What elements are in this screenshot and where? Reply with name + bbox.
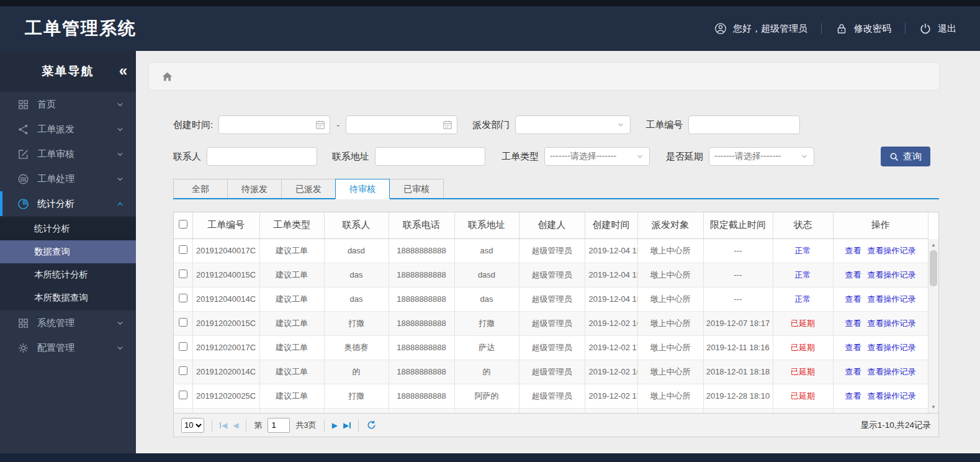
view-log-link[interactable]: 查看操作记录 <box>868 246 916 255</box>
cell-deadline: 2019-12-11 18:16 <box>703 335 773 360</box>
scrollbar-thumb[interactable] <box>930 250 937 286</box>
row-checkbox[interactable] <box>179 294 187 302</box>
sidebar-item-system-manage[interactable]: 系统管理 <box>0 310 136 335</box>
sidebar-subitem-data-query[interactable]: 数据查询 <box>0 240 136 263</box>
row-checkbox[interactable] <box>179 270 187 278</box>
table-row: 201912020015C建议工单打撒18888888888打撒超级管理员201… <box>174 311 928 335</box>
view-log-link[interactable]: 查看操作记录 <box>868 294 916 304</box>
cell-order-no: 201912040017C <box>192 238 259 263</box>
sidebar-subitem-office-data-query[interactable]: 本所数据查询 <box>0 286 136 309</box>
view-link[interactable]: 查看 <box>845 343 861 352</box>
sidebar-subitem-office-stats-analysis[interactable]: 本所统计分析 <box>0 263 136 286</box>
address-input[interactable] <box>375 147 485 166</box>
status-badge: 正常 <box>795 246 811 255</box>
total-pages-label: 共3页 <box>295 420 316 431</box>
cell-target: 墩上中心所 <box>637 335 703 360</box>
view-link[interactable]: 查看 <box>845 367 861 376</box>
cell-actions: 查看查看操作记录 <box>833 238 928 263</box>
sidebar-item-order-review[interactable]: 工单审核 <box>0 142 136 166</box>
view-link[interactable]: 查看 <box>845 294 861 304</box>
row-checkbox[interactable] <box>179 245 187 254</box>
row-checkbox-cell <box>174 287 192 311</box>
tab-4[interactable]: 已审核 <box>389 179 444 198</box>
cell-address: dasd <box>454 263 519 287</box>
cell-order-type: 建议工单 <box>259 263 324 287</box>
delayed-select[interactable]: -------请选择------- <box>709 147 814 166</box>
select-all-checkbox[interactable] <box>179 220 187 229</box>
chevron-down-icon <box>115 150 125 159</box>
created-to-field <box>346 116 457 134</box>
scroll-down-arrow-icon[interactable]: ▼ <box>928 402 938 412</box>
view-log-link[interactable]: 查看操作记录 <box>868 367 916 376</box>
row-checkbox[interactable] <box>179 366 187 375</box>
cell-empty <box>833 408 928 414</box>
cell-status: 已延期 <box>773 360 833 384</box>
order-no-input[interactable] <box>688 116 800 134</box>
sidebar-collapse-icon[interactable]: « <box>119 62 126 79</box>
tab-3[interactable]: 待审核 <box>335 179 390 199</box>
gear-icon <box>17 342 29 354</box>
last-page-button[interactable]: ▶ <box>343 421 351 430</box>
page-size-select[interactable]: 10 <box>181 418 204 433</box>
view-log-link[interactable]: 查看操作记录 <box>868 319 916 328</box>
prev-page-button[interactable]: ◀ <box>233 421 238 430</box>
sidebar-item-config-manage[interactable]: 配置管理 <box>0 335 136 360</box>
tab-1[interactable]: 待派发 <box>227 179 282 198</box>
view-link[interactable]: 查看 <box>845 319 861 328</box>
home-icon[interactable] <box>161 71 173 83</box>
scroll-up-arrow-icon[interactable]: ▲ <box>928 240 938 250</box>
header-actions: 您好，超级管理员 修改密码 退出 <box>714 22 956 35</box>
sidebar-item-order-process[interactable]: 工单处理 <box>0 166 136 191</box>
sidebar-item-stats-analysis[interactable]: 统计分析 <box>0 191 136 216</box>
created-from-input[interactable] <box>218 116 330 134</box>
next-page-button[interactable]: ▶ <box>332 421 338 430</box>
created-to-input[interactable] <box>346 116 457 134</box>
logout-button[interactable]: 退出 <box>919 22 956 35</box>
sidebar-item-order-dispatch[interactable]: 工单派发 <box>0 117 136 142</box>
first-page-button[interactable]: ◀ <box>220 421 227 430</box>
cell-contact: dasd <box>324 238 389 263</box>
view-link[interactable]: 查看 <box>845 246 861 255</box>
cell-status: 已延期 <box>773 335 833 360</box>
sidebar-item-home[interactable]: 首页 <box>0 92 136 117</box>
row-checkbox[interactable] <box>179 391 187 399</box>
row-checkbox[interactable] <box>179 318 187 327</box>
calendar-icon[interactable] <box>442 119 453 130</box>
cell-status: 已延期 <box>773 311 833 335</box>
cell-actions: 查看查看操作记录 <box>833 360 928 384</box>
row-checkbox[interactable] <box>179 342 187 351</box>
cell-empty <box>174 408 192 414</box>
cell-order-type: 建议工单 <box>259 238 324 263</box>
tab-0[interactable]: 全部 <box>173 179 228 198</box>
table-row: 201912020017C建议工单奥德赛18888888888萨达超级管理员20… <box>174 335 928 360</box>
pager-divider <box>212 419 212 432</box>
cell-phone: 18888888888 <box>389 360 454 384</box>
refresh-icon[interactable] <box>366 420 377 430</box>
contact-input[interactable] <box>207 147 317 166</box>
search-button[interactable]: 查询 <box>881 147 930 166</box>
change-password-button[interactable]: 修改密码 <box>835 22 891 35</box>
vertical-scrollbar[interactable]: ▲ ▼ <box>928 239 938 413</box>
tab-2[interactable]: 已派发 <box>281 179 336 198</box>
view-link[interactable]: 查看 <box>845 270 861 279</box>
user-greeting[interactable]: 您好，超级管理员 <box>714 22 807 35</box>
cell-creator: 超级管理员 <box>519 384 585 408</box>
calendar-icon[interactable] <box>315 119 326 130</box>
view-log-link[interactable]: 查看操作记录 <box>868 343 916 352</box>
cell-deadline: 2019-12-28 18:10 <box>703 384 773 408</box>
view-link[interactable]: 查看 <box>845 391 861 401</box>
view-log-link[interactable]: 查看操作记录 <box>868 391 916 401</box>
cell-address: 的 <box>454 360 519 384</box>
page-input[interactable] <box>267 418 290 433</box>
grid-icon <box>17 317 29 329</box>
table-body: 201912040017C建议工单dasd18888888888asd超级管理员… <box>174 238 928 414</box>
view-log-link[interactable]: 查看操作记录 <box>868 270 916 279</box>
column-header: 联系电话 <box>389 212 454 238</box>
top-strip <box>0 0 980 6</box>
order-type-select[interactable]: -------请选择------- <box>544 147 650 166</box>
dispatch-dept-select[interactable] <box>515 116 631 134</box>
cell-order-no: 201912020015C <box>192 311 259 335</box>
sidebar-subitem-stats-analysis-sub[interactable]: 统计分析 <box>0 217 136 240</box>
main-content: 创建时间: - 派发部门 工单编号 联系人 <box>136 51 980 453</box>
header-divider <box>905 23 906 34</box>
